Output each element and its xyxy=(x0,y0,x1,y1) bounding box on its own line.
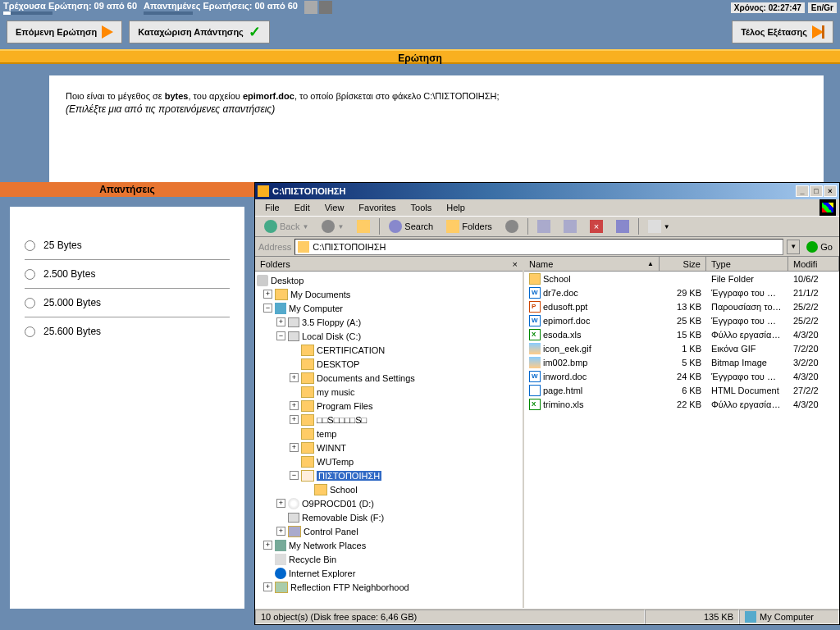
col-name[interactable]: Name▲ xyxy=(524,257,660,271)
tree-node[interactable]: +Documents and Settings xyxy=(257,371,521,385)
question-title-bar: Ερώτηση xyxy=(0,49,840,64)
copy-to-button[interactable] xyxy=(558,217,582,235)
expand-icon[interactable]: + xyxy=(276,317,285,326)
tree-node[interactable]: Internet Explorer xyxy=(257,566,521,580)
minimize-button[interactable]: _ xyxy=(796,185,809,197)
search-icon xyxy=(389,220,402,233)
address-field[interactable]: C:\ΠΙΣΤΟΠΟΙΗΣΗ xyxy=(294,239,783,255)
tree-node[interactable]: +□□S□□□□S□ xyxy=(257,413,521,427)
menu-file[interactable]: File xyxy=(258,201,286,214)
back-button[interactable]: Back▼ xyxy=(258,217,314,235)
tree-node[interactable]: Removable Disk (F:) xyxy=(257,510,521,524)
up-button[interactable] xyxy=(351,217,376,235)
views-button[interactable]: ▼ xyxy=(642,217,676,235)
forward-icon xyxy=(322,220,335,233)
expand-icon[interactable]: + xyxy=(276,499,285,508)
expand-icon[interactable]: + xyxy=(263,582,272,591)
menu-edit[interactable]: Edit xyxy=(288,201,317,214)
file-row[interactable]: esoda.xls15 KBΦύλλο εργασίας το...4/3/20 xyxy=(524,327,839,341)
expand-icon[interactable]: + xyxy=(263,290,272,299)
go-button[interactable]: Go xyxy=(803,241,836,253)
col-modified[interactable]: Modifi xyxy=(788,257,839,271)
move-icon xyxy=(537,220,550,233)
printer-icon[interactable] xyxy=(319,1,332,14)
history-button[interactable] xyxy=(500,217,524,235)
search-button[interactable]: Search xyxy=(383,217,439,235)
file-row[interactable]: im002.bmp5 KBBitmap Image3/2/20 xyxy=(524,355,839,369)
radio-input[interactable] xyxy=(25,326,35,337)
undo-button[interactable] xyxy=(610,217,635,235)
collapse-icon[interactable]: − xyxy=(290,471,299,480)
expand-icon[interactable]: + xyxy=(290,401,299,410)
tree-node[interactable]: +My Documents xyxy=(257,287,521,301)
tree-node[interactable]: +O9PROCD01 (D:) xyxy=(257,496,521,510)
tree-node-desktop[interactable]: Desktop xyxy=(257,273,521,287)
collapse-icon[interactable]: − xyxy=(276,331,285,340)
tree-node[interactable]: +My Network Places xyxy=(257,538,521,552)
tree-node[interactable]: my music xyxy=(257,385,521,399)
tree-node[interactable]: School xyxy=(257,482,521,496)
file-row[interactable]: inword.doc24 KBΈγγραφο του Micro...4/3/2… xyxy=(524,369,839,383)
submit-answer-button[interactable]: Καταχώριση Απάντησης✓ xyxy=(129,21,270,43)
file-list: SchoolFile Folder10/6/2dr7e.doc29 KBΈγγρ… xyxy=(524,272,839,608)
tree-node[interactable]: +Control Panel xyxy=(257,524,521,538)
forward-button[interactable]: ▼ xyxy=(316,217,349,235)
maximize-button[interactable]: □ xyxy=(810,185,823,197)
tree-node[interactable]: +3.5 Floppy (A:) xyxy=(257,315,521,329)
radio-input[interactable] xyxy=(25,269,35,280)
collapse-icon[interactable]: − xyxy=(263,304,272,313)
language-toggle[interactable]: En/Gr xyxy=(808,2,837,13)
file-row[interactable]: dr7e.doc29 KBΈγγραφο του Micro...21/1/2 xyxy=(524,285,839,299)
next-question-button[interactable]: Επόμενη Ερώτηση xyxy=(7,21,122,43)
expand-icon[interactable]: + xyxy=(290,415,299,424)
col-type[interactable]: Type xyxy=(706,257,788,271)
folder-icon xyxy=(529,273,541,285)
radio-input[interactable] xyxy=(25,298,35,308)
file-row[interactable]: epimorf.doc25 KBΈγγραφο του Micro...25/2… xyxy=(524,313,839,327)
doc-icon xyxy=(529,371,541,382)
answer-option[interactable]: 25.000 Bytes xyxy=(25,289,230,317)
tree-node[interactable]: +Reflection FTP Neighborhood xyxy=(257,580,521,594)
tree-node[interactable]: WUTemp xyxy=(257,454,521,468)
folder-icon xyxy=(258,185,269,197)
tree-node[interactable]: CERTIFICATION xyxy=(257,343,521,357)
close-button[interactable]: × xyxy=(824,185,837,197)
tree-node-selected[interactable]: −ΠΙΣΤΟΠΟΙΗΣΗ xyxy=(257,468,521,482)
tree-node[interactable]: −Local Disk (C:) xyxy=(257,329,521,343)
file-row[interactable]: edusoft.ppt13 KBΠαρουσίαση του Mic...25/… xyxy=(524,299,839,313)
expand-icon[interactable]: + xyxy=(290,443,299,452)
end-exam-button[interactable]: Τέλος Εξέτασης xyxy=(732,21,833,43)
file-row[interactable]: trimino.xls22 KBΦύλλο εργασίας το...4/3/… xyxy=(524,397,839,411)
status-size: 135 KB xyxy=(645,609,739,624)
folder-icon xyxy=(301,372,314,384)
address-dropdown[interactable]: ▼ xyxy=(787,240,800,254)
radio-input[interactable] xyxy=(25,240,35,251)
folder-tree: Desktop +My Documents −My Computer +3.5 … xyxy=(255,272,523,608)
menu-view[interactable]: View xyxy=(318,201,351,214)
file-row[interactable]: page.html6 KBHTML Document27/2/2 xyxy=(524,383,839,397)
close-pane-icon[interactable]: × xyxy=(513,259,518,269)
tree-node[interactable]: +WINNT xyxy=(257,441,521,454)
menu-help[interactable]: Help xyxy=(440,201,472,214)
col-size[interactable]: Size xyxy=(660,257,706,271)
tree-node[interactable]: DESKTOP xyxy=(257,357,521,371)
file-row[interactable]: SchoolFile Folder10/6/2 xyxy=(524,272,839,285)
expand-icon[interactable]: + xyxy=(276,527,285,536)
answer-option[interactable]: 25.600 Bytes xyxy=(25,317,230,345)
window-titlebar[interactable]: C:\ΠΙΣΤΟΠΟΙΗΣΗ _ □ × xyxy=(255,183,839,199)
menu-tools[interactable]: Tools xyxy=(404,201,439,214)
tree-node[interactable]: temp xyxy=(257,427,521,441)
move-to-button[interactable] xyxy=(532,217,556,235)
answer-option[interactable]: 2.500 Bytes xyxy=(25,260,230,289)
tree-node[interactable]: −My Computer xyxy=(257,301,521,315)
folders-button[interactable]: Folders xyxy=(441,217,498,235)
expand-icon[interactable]: + xyxy=(263,541,272,550)
tree-node[interactable]: Recycle Bin xyxy=(257,552,521,566)
answer-option[interactable]: 25 Bytes xyxy=(25,231,230,260)
delete-button[interactable]: × xyxy=(584,217,609,235)
expand-icon[interactable]: + xyxy=(290,373,299,382)
monitor-icon[interactable] xyxy=(304,1,317,14)
file-row[interactable]: icon_eek.gif1 KBΕικόνα GIF7/2/20 xyxy=(524,341,839,355)
menu-favorites[interactable]: Favorites xyxy=(352,201,402,214)
tree-node[interactable]: +Program Files xyxy=(257,399,521,413)
